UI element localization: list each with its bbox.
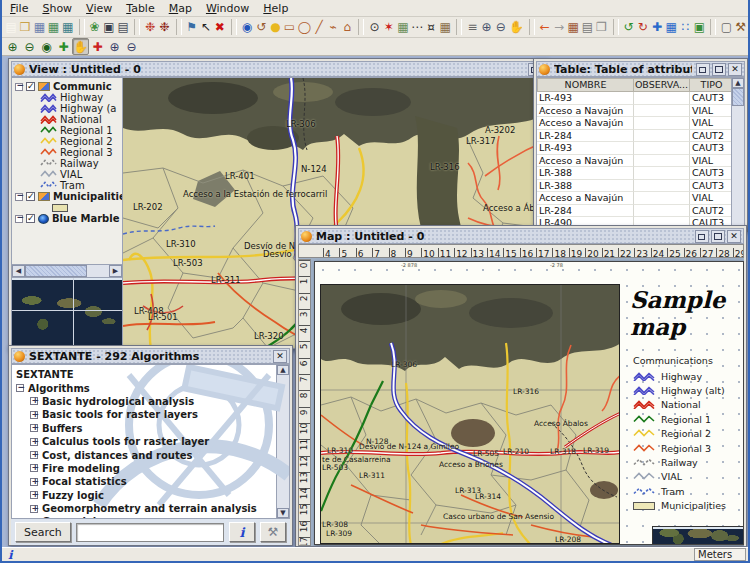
console-icon[interactable]: ▣ bbox=[102, 19, 116, 36]
table-row[interactable]: Acceso a Navajún VIAL bbox=[537, 192, 731, 205]
layer-checkbox[interactable] bbox=[26, 82, 35, 91]
algorithm-item[interactable]: Focal statistics bbox=[16, 475, 276, 488]
table-row[interactable]: Acceso a Navajún VIAL bbox=[537, 155, 731, 168]
sextante-titlebar[interactable]: SEXTANTE - 292 Algorithms ✕ bbox=[11, 348, 290, 364]
layer-item[interactable]: Municipalities bbox=[12, 191, 122, 202]
algorithm-item[interactable]: Calculus tools for raster layer bbox=[16, 435, 276, 448]
view-window-titlebar[interactable]: View : Untitled - 0 bbox=[11, 61, 545, 77]
close-button[interactable]: ✕ bbox=[727, 230, 741, 243]
scroll-right-icon[interactable]: ▶ bbox=[109, 265, 122, 277]
layer-item[interactable]: Regional 3 bbox=[12, 147, 122, 158]
layer-item[interactable]: Regional 2 bbox=[12, 136, 122, 147]
table-row[interactable]: LR-284 CAUT2 bbox=[537, 205, 731, 218]
hyperlink-icon[interactable]: ✶ bbox=[382, 19, 396, 36]
tree-expander-icon[interactable] bbox=[30, 451, 38, 459]
preferences-tools-icon[interactable]: ⚒ bbox=[734, 19, 748, 36]
toc-horizontal-scrollbar[interactable]: ◀ ▶ bbox=[12, 264, 122, 277]
table-row[interactable]: Acceso a Navajún VIAL bbox=[537, 117, 731, 130]
map-layout-window[interactable]: Map : Untitled - 0 ✕ 4567891011121314151… bbox=[295, 225, 747, 547]
layer-item[interactable]: Tram bbox=[12, 180, 122, 191]
menu-item[interactable]: Map bbox=[165, 1, 200, 16]
layer-checkbox[interactable] bbox=[26, 192, 35, 201]
layout-title-text[interactable]: Sample map bbox=[630, 286, 742, 340]
save-project-icon[interactable]: ▦ bbox=[32, 19, 46, 36]
scrollbar-thumb[interactable] bbox=[25, 265, 87, 277]
share-geodata-icon[interactable]: ❉ bbox=[157, 19, 171, 36]
add-layer-icon[interactable]: ▤ bbox=[116, 19, 130, 36]
pan-hand-icon[interactable]: ✋ bbox=[508, 19, 525, 36]
layer-item[interactable] bbox=[12, 202, 122, 213]
column-header[interactable]: OBSERVA... bbox=[634, 78, 690, 92]
zoom-out-globe-icon[interactable]: ⊖ bbox=[21, 38, 38, 55]
tree-expander-icon[interactable] bbox=[30, 411, 38, 419]
menu-item[interactable]: Help bbox=[259, 1, 296, 16]
search-input[interactable] bbox=[76, 523, 224, 542]
layer-stack-icon[interactable]: ≡ bbox=[465, 19, 479, 36]
info-button[interactable]: i bbox=[229, 522, 255, 542]
new-document-icon[interactable]: ▤ bbox=[4, 19, 18, 36]
layout-legend[interactable]: Communications Highway bbox=[633, 355, 743, 513]
table-vertical-scrollbar[interactable]: ▲ bbox=[731, 78, 744, 230]
table-row[interactable]: LR-493 CAUT3 bbox=[537, 92, 731, 105]
tile-windows-icon[interactable]: ∷ bbox=[678, 19, 692, 36]
refresh-icon[interactable]: ↺ bbox=[622, 19, 636, 36]
overview-map-icon[interactable]: ▦ bbox=[396, 19, 410, 36]
print-icon[interactable]: ▤ bbox=[580, 19, 594, 36]
layout-page[interactable]: -2 878-2 78 bbox=[314, 261, 744, 545]
close-button[interactable]: ✕ bbox=[728, 63, 742, 76]
table-row[interactable]: LR-284 CAUT2 bbox=[537, 130, 731, 143]
algorithm-item[interactable]: Geomorphometry and terrain analysis bbox=[16, 502, 276, 515]
algorithm-item[interactable]: Fuzzy logic bbox=[16, 489, 276, 502]
layer-item[interactable]: National bbox=[12, 114, 122, 125]
menu-item[interactable]: Show bbox=[38, 1, 80, 16]
layer-item[interactable]: Regional 1 bbox=[12, 125, 122, 136]
layer-item[interactable]: Highway bbox=[12, 92, 122, 103]
attribute-table-icon[interactable]: ▦ bbox=[438, 19, 452, 36]
zoom-in-globe-icon[interactable]: ⊕ bbox=[4, 38, 21, 55]
layout-world-image[interactable] bbox=[652, 526, 744, 545]
save-view-icon[interactable]: ▦ bbox=[46, 19, 60, 36]
layout-map-frame[interactable]: LR-306LR-316Acceso ÁbalosN-128LR-310Desv… bbox=[320, 284, 620, 544]
raster-image-icon[interactable]: ▣ bbox=[692, 19, 706, 36]
algorithm-item[interactable]: Algorithms bbox=[16, 381, 276, 394]
scroll-left-icon[interactable]: ◀ bbox=[12, 265, 25, 277]
algorithm-item[interactable]: Buffers bbox=[16, 422, 276, 435]
move-view-icon[interactable]: ✚ bbox=[650, 19, 664, 36]
polyline-tool-icon[interactable]: ⌁ bbox=[326, 19, 340, 36]
measure-area-icon[interactable]: ¤ bbox=[424, 19, 438, 36]
clear-selection-icon[interactable]: ✖ bbox=[213, 19, 227, 36]
menu-item[interactable]: File bbox=[6, 1, 36, 16]
layer-checkbox[interactable] bbox=[26, 214, 35, 223]
zoom-full-extent-icon[interactable]: ◉ bbox=[38, 38, 55, 55]
zoom-previous-icon[interactable]: ✚ bbox=[89, 38, 106, 55]
previous-zoom-icon[interactable]: ↺ bbox=[254, 19, 268, 36]
algorithm-item[interactable]: Basic tools for raster layers bbox=[16, 408, 276, 421]
attribute-table-window[interactable]: Table: Table of attributes... ✕ NOMBRE O… bbox=[533, 58, 748, 232]
maximize-button[interactable] bbox=[711, 230, 725, 243]
menu-item[interactable]: View bbox=[82, 1, 120, 16]
close-button[interactable]: ✕ bbox=[273, 350, 287, 363]
tree-expander-icon[interactable] bbox=[30, 464, 38, 472]
minimize-button[interactable] bbox=[695, 230, 709, 243]
measure-distance-icon[interactable]: ⋯ bbox=[410, 19, 424, 36]
algorithm-item[interactable]: Cost, distances and routes bbox=[16, 448, 276, 461]
tree-expander-icon[interactable] bbox=[15, 215, 23, 223]
scroll-up-icon[interactable]: ▲ bbox=[732, 78, 744, 88]
minimize-button[interactable] bbox=[696, 63, 710, 76]
point-tool-icon[interactable]: ● bbox=[268, 19, 282, 36]
open-project-icon[interactable]: ❒ bbox=[18, 19, 32, 36]
zoom-plus-icon[interactable]: ⊕ bbox=[106, 38, 123, 55]
table-window-titlebar[interactable]: Table: Table of attributes... ✕ bbox=[536, 61, 745, 77]
scrollbar-thumb[interactable] bbox=[732, 88, 744, 106]
algorithm-item[interactable]: Basic hydrological analysis bbox=[16, 395, 276, 408]
sextante-window[interactable]: SEXTANTE - 292 Algorithms ✕ bbox=[8, 345, 293, 546]
table-row[interactable]: LR-388 CAUT3 bbox=[537, 167, 731, 180]
tree-expander-icon[interactable] bbox=[30, 438, 38, 446]
column-header[interactable]: NOMBRE bbox=[537, 78, 634, 92]
tree-expander-icon[interactable] bbox=[30, 424, 38, 432]
zoom-out-lens-icon[interactable]: ⊖ bbox=[494, 19, 508, 36]
circle-tool-icon[interactable]: ◯ bbox=[297, 19, 312, 36]
zoom-in-lens-icon[interactable]: ⊕ bbox=[480, 19, 494, 36]
tree-expander-icon[interactable] bbox=[30, 397, 38, 405]
column-header[interactable]: TIPO bbox=[690, 78, 731, 92]
